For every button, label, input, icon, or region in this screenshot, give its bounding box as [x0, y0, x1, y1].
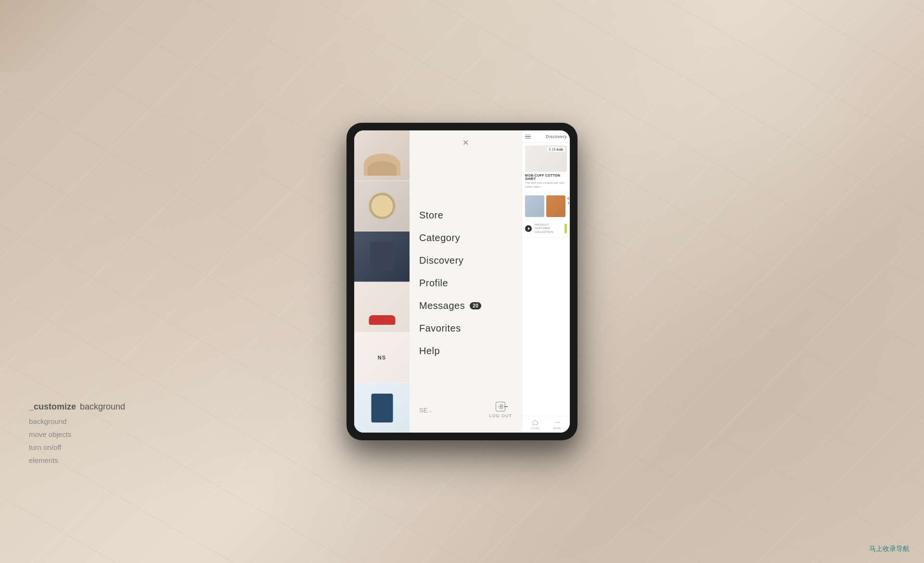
menu-item-store[interactable]: Store	[419, 204, 512, 227]
product-label-text: NS	[378, 355, 386, 360]
close-button[interactable]: ✕	[460, 137, 472, 149]
menu-item-category[interactable]: Category	[419, 227, 512, 249]
menu-item-help[interactable]: Help	[419, 340, 512, 362]
customize-prefix: _customize	[29, 402, 76, 412]
settings-button[interactable]: SE...	[419, 407, 433, 414]
more-nav-icon	[554, 419, 561, 426]
app-header: Discovery	[522, 130, 570, 142]
tablet-device: NS ✕ Store Category	[346, 123, 578, 440]
customize-line-2: move objects	[29, 428, 125, 441]
play-row[interactable]: PRODUCT FEATUREDCOLLECTION	[522, 220, 570, 238]
app-product-name-1: MOB-CUFF COTTON SHIRT	[525, 174, 567, 180]
nav-menu: Store Category Discovery Profile Message…	[410, 164, 522, 402]
app-nav-store[interactable]: STORE	[531, 419, 540, 430]
product-jacket[interactable]	[354, 231, 410, 282]
tablet-screen: NS ✕ Store Category	[354, 130, 570, 433]
store-nav-icon	[532, 419, 539, 426]
play-text: PRODUCT FEATUREDCOLLECTION	[535, 223, 562, 234]
menu-panel: ✕ Store Category Discovery Profile	[410, 130, 522, 433]
product-label[interactable]: NS	[354, 333, 410, 383]
product-hat[interactable]	[354, 130, 410, 181]
menu-favorites-label: Favorites	[419, 323, 461, 334]
menu-profile-label: Profile	[419, 278, 448, 289]
customize-word: background	[80, 402, 125, 412]
menu-item-profile[interactable]: Profile	[419, 272, 512, 294]
yellow-tag	[565, 224, 567, 233]
svg-point-1	[557, 422, 558, 423]
app-bottom-nav: STORE MORE	[522, 416, 570, 433]
svg-point-0	[555, 422, 556, 423]
menu-item-favorites[interactable]: Favorites	[419, 317, 512, 340]
customize-line-3: turn on/off	[29, 441, 125, 454]
close-icon: ✕	[462, 139, 469, 147]
product-jeans[interactable]	[354, 383, 410, 433]
menu-help-label: Help	[419, 345, 440, 357]
footer-text: 马上收录导航	[869, 545, 910, 553]
play-button[interactable]	[525, 225, 532, 232]
left-product-panel: NS	[354, 130, 410, 433]
tablet-wrapper: NS ✕ Store Category	[346, 123, 578, 440]
menu-footer: SE... LOG OUT	[410, 402, 522, 423]
app-product-card-1[interactable]: € 29 € 59 MOB-CUFF COTTON SHIRT The shir…	[522, 142, 570, 192]
app-content: € 29 € 59 MOB-CUFF COTTON SHIRT The shir…	[522, 142, 570, 416]
product-watch[interactable]	[354, 181, 410, 231]
menu-discovery-label: Discovery	[419, 255, 463, 266]
menu-store-label: Store	[419, 210, 443, 221]
app-product-price-2: € 115	[567, 196, 570, 205]
more-nav-label: MORE	[553, 427, 561, 430]
app-product-card-2[interactable]: € 115	[522, 192, 570, 220]
logout-icon	[496, 402, 505, 411]
app-product-desc-1: The shirt was created with soft cotton f…	[525, 181, 567, 189]
store-nav-label: STORE	[531, 427, 540, 430]
app-nav-more[interactable]: MORE	[553, 419, 561, 430]
customize-section: _customize background background move ob…	[29, 402, 125, 467]
menu-category-label: Category	[419, 232, 460, 243]
logout-label: LOG OUT	[489, 413, 512, 418]
customize-line-4: elements	[29, 454, 125, 467]
menu-messages-label: Messages	[419, 300, 465, 311]
app-product-image-1: € 29 € 59	[525, 145, 567, 172]
menu-item-messages[interactable]: Messages 20	[419, 294, 512, 317]
app-product-thumb-2	[546, 195, 565, 217]
svg-point-2	[559, 422, 560, 423]
customize-line-1: background	[29, 415, 125, 428]
menu-item-discovery[interactable]: Discovery	[419, 249, 512, 272]
app-product-info-2: € 115	[567, 195, 570, 217]
messages-badge: 20	[470, 302, 481, 309]
app-title: Discovery	[546, 134, 567, 139]
logout-section[interactable]: LOG OUT	[489, 402, 512, 418]
app-menu-icon[interactable]	[525, 135, 531, 139]
app-preview-panel: Discovery € 29 € 59 MOB-CUFF COTTON SHIR…	[522, 130, 570, 433]
price-badge-1: € 29 € 59	[547, 147, 565, 152]
product-shoes[interactable]	[354, 282, 410, 333]
app-product-thumb-1	[525, 195, 544, 217]
